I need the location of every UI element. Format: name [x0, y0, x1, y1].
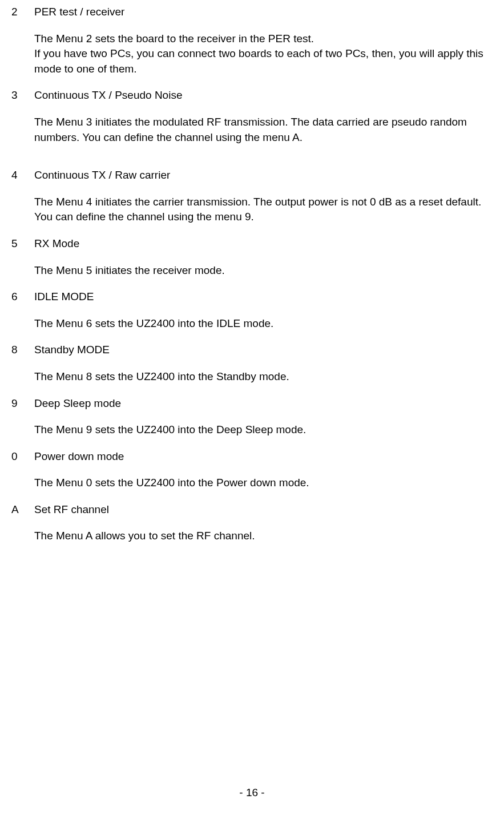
menu-item-number: 2: [11, 5, 34, 20]
menu-item: 0Power down modeThe Menu 0 sets the UZ24…: [11, 449, 493, 491]
menu-item-header: 9Deep Sleep mode: [11, 396, 493, 411]
menu-item-header: ASet RF channel: [11, 502, 493, 518]
menu-item: 2PER test / receiverThe Menu 2 sets the …: [11, 5, 493, 76]
menu-item-number: 4: [11, 168, 34, 183]
menu-item-title: PER test / receiver: [34, 5, 493, 20]
menu-item-title: RX Mode: [34, 236, 493, 252]
menu-item-number: 0: [11, 449, 34, 465]
menu-item-description: The Menu 0 sets the UZ2400 into the Powe…: [34, 475, 493, 491]
menu-item-number: 8: [11, 342, 34, 358]
menu-item-description: The Menu 8 sets the UZ2400 into the Stan…: [34, 369, 493, 385]
menu-item-header: 4Continuous TX / Raw carrier: [11, 168, 493, 183]
menu-item-header: 2PER test / receiver: [11, 5, 493, 20]
menu-item-title: Set RF channel: [34, 502, 493, 518]
menu-item-description: The Menu A allows you to set the RF chan…: [34, 528, 493, 544]
menu-item-number: A: [11, 502, 34, 518]
menu-item-header: 5RX Mode: [11, 236, 493, 252]
menu-item: ASet RF channelThe Menu A allows you to …: [11, 502, 493, 544]
menu-item: 4Continuous TX / Raw carrierThe Menu 4 i…: [11, 168, 493, 225]
menu-item-title: Power down mode: [34, 449, 493, 465]
menu-item: 3Continuous TX / Pseudo NoiseThe Menu 3 …: [11, 88, 493, 145]
menu-item: 6IDLE MODEThe Menu 6 sets the UZ2400 int…: [11, 289, 493, 331]
menu-item-number: 3: [11, 88, 34, 103]
document-content: 2PER test / receiverThe Menu 2 sets the …: [0, 0, 504, 544]
menu-item-header: 3Continuous TX / Pseudo Noise: [11, 88, 493, 103]
menu-item-description: The Menu 5 initiates the receiver mode.: [34, 263, 493, 279]
menu-item-header: 0Power down mode: [11, 449, 493, 465]
page-footer: - 16 -: [0, 785, 504, 801]
menu-item-number: 5: [11, 236, 34, 252]
menu-item-description: The Menu 4 initiates the carrier transmi…: [34, 195, 493, 225]
menu-item-title: Continuous TX / Raw carrier: [34, 168, 493, 183]
menu-item-number: 9: [11, 396, 34, 411]
menu-item: 8Standby MODEThe Menu 8 sets the UZ2400 …: [11, 342, 493, 384]
menu-item-description: The Menu 9 sets the UZ2400 into the Deep…: [34, 422, 493, 438]
menu-item-description: The Menu 6 sets the UZ2400 into the IDLE…: [34, 316, 493, 332]
page-number: - 16 -: [239, 786, 264, 798]
menu-item-description: The Menu 2 sets the board to the receive…: [34, 31, 493, 77]
menu-item-description: The Menu 3 initiates the modulated RF tr…: [34, 115, 493, 145]
menu-item-title: Deep Sleep mode: [34, 396, 493, 411]
menu-item-title: Continuous TX / Pseudo Noise: [34, 88, 493, 103]
menu-item-number: 6: [11, 289, 34, 305]
menu-item: 5RX ModeThe Menu 5 initiates the receive…: [11, 236, 493, 278]
menu-item: 9Deep Sleep modeThe Menu 9 sets the UZ24…: [11, 396, 493, 438]
menu-item-header: 8Standby MODE: [11, 342, 493, 358]
menu-item-title: IDLE MODE: [34, 289, 493, 305]
menu-item-header: 6IDLE MODE: [11, 289, 493, 305]
menu-item-title: Standby MODE: [34, 342, 493, 358]
